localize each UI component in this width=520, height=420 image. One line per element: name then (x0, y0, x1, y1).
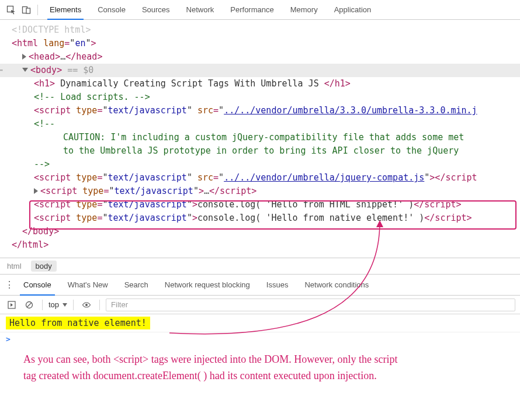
console-body: Hello from native element! > (0, 314, 520, 346)
device-toggle-icon[interactable] (20, 4, 33, 16)
drawer-tabs: ⋮ Console What's New Search Network requ… (0, 275, 520, 296)
collapse-arrow-icon[interactable] (22, 68, 28, 72)
body-close-node[interactable]: </body> (0, 225, 520, 238)
drawer-tab-issues[interactable]: Issues (258, 275, 297, 295)
inspect-icon[interactable] (5, 4, 18, 16)
console-run-icon[interactable] (5, 298, 19, 312)
tab-performance[interactable]: Performance (222, 0, 282, 19)
svg-line-5 (27, 303, 32, 307)
execution-context-selector[interactable]: top (48, 300, 67, 309)
comment-open[interactable]: <!-- (0, 117, 520, 131)
console-log-text: Hello from native element! (6, 317, 150, 329)
toolbar-separator (42, 300, 43, 310)
comment-caution-1[interactable]: CAUTION: I'm including a custom jQuery-c… (0, 131, 520, 144)
breadcrumb: html body (0, 258, 520, 275)
elements-panel[interactable]: <!DOCTYPE html> <html lang="en"> <head>…… (0, 20, 520, 258)
drawer-menu-icon[interactable]: ⋮ (4, 279, 15, 290)
tab-elements[interactable]: Elements (41, 0, 89, 19)
live-expression-icon[interactable] (79, 298, 93, 312)
tab-application[interactable]: Application (326, 0, 380, 19)
crumb-html[interactable]: html (7, 262, 22, 270)
drawer-tab-console[interactable]: Console (15, 275, 60, 295)
comment-close[interactable]: --> (0, 158, 520, 171)
doctype-node[interactable]: <!DOCTYPE html> (0, 23, 520, 37)
drawer-tab-search[interactable]: Search (116, 275, 157, 295)
annotation-line: tag created with document.createElement(… (23, 368, 497, 384)
h1-node[interactable]: <h1> Dynamically Creating Script Tags Wi… (0, 77, 520, 91)
toolbar-separator (37, 5, 38, 15)
script-node-3[interactable]: <script type="text/javascript">…</script… (0, 185, 520, 198)
head-node[interactable]: <head>…</head> (0, 50, 520, 64)
drawer-tab-blocking[interactable]: Network request blocking (157, 275, 258, 295)
comment-caution-2[interactable]: to the Umbrella JS prototype in order to… (0, 144, 520, 158)
html-open-node[interactable]: <html lang="en"> (0, 37, 520, 50)
selection-gutter-icon: ⋯ (0, 64, 2, 77)
expand-arrow-icon[interactable] (34, 188, 38, 194)
toolbar-separator (73, 300, 74, 310)
script-node-4[interactable]: <script type="text/javascript">console.l… (0, 198, 520, 211)
script-node-2[interactable]: <script type="text/javascript" src="../.… (0, 171, 520, 185)
panel-tabs: Elements Console Sources Network Perform… (41, 0, 379, 19)
script-node-5[interactable]: <script type="text/javascript">console.l… (0, 211, 520, 225)
annotation-line: As you can see, both <script> tags were … (23, 352, 497, 368)
tab-sources[interactable]: Sources (134, 0, 178, 19)
svg-point-6 (85, 304, 88, 306)
svg-rect-2 (26, 8, 30, 13)
toolbar-separator (99, 300, 100, 310)
crumb-body[interactable]: body (31, 261, 57, 272)
html-close-node[interactable]: </html> (0, 238, 520, 252)
tab-memory[interactable]: Memory (282, 0, 326, 19)
script-node-1[interactable]: <script type="text/javascript" src="../.… (0, 104, 520, 117)
clear-console-icon[interactable] (22, 298, 36, 312)
tab-network[interactable]: Network (178, 0, 223, 19)
drawer-tab-whats-new[interactable]: What's New (60, 275, 116, 295)
expand-arrow-icon[interactable] (22, 54, 26, 60)
console-prompt[interactable]: > (0, 332, 520, 346)
body-open-node[interactable]: ⋯<body> == $0 (0, 64, 520, 77)
console-filter-input[interactable] (106, 298, 515, 311)
console-toolbar: top (0, 296, 520, 314)
scope-label: top (48, 300, 59, 309)
chevron-down-icon (63, 303, 67, 307)
tab-console[interactable]: Console (89, 0, 134, 19)
devtools-toolbar: Elements Console Sources Network Perform… (0, 0, 520, 20)
console-log-line[interactable]: Hello from native element! (0, 314, 520, 332)
comment-load[interactable]: <!-- Load scripts. --> (0, 91, 520, 104)
drawer-tab-conditions[interactable]: Network conditions (296, 275, 377, 295)
annotation-text: As you can see, both <script> tags were … (0, 346, 520, 402)
